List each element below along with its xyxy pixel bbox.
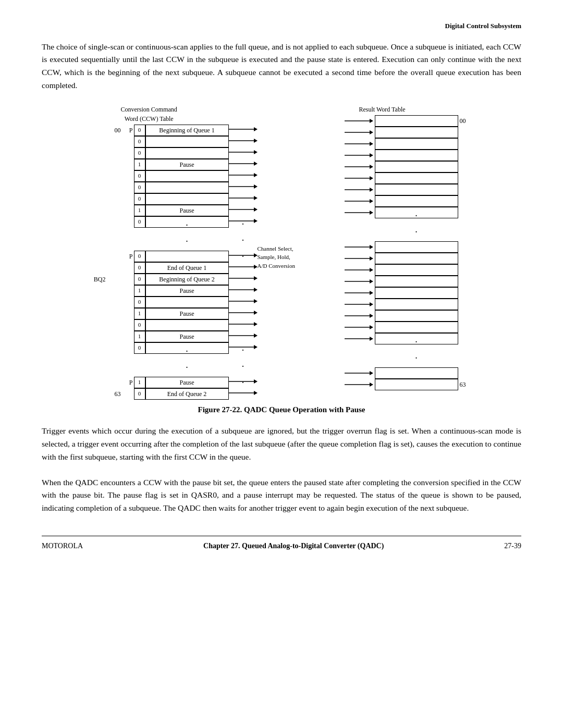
addr-label	[108, 159, 123, 170]
p-row-label: P	[123, 377, 134, 388]
svg-marker-3	[254, 139, 258, 143]
bq-label	[90, 285, 108, 297]
svg-marker-55	[370, 199, 373, 203]
rwt-row	[344, 161, 474, 172]
p-bit: 1	[134, 331, 145, 342]
rwt-row	[344, 138, 474, 150]
p-row-label	[123, 193, 134, 205]
svg-marker-1	[254, 127, 258, 131]
ccw-cell	[145, 319, 229, 331]
rwt-cell	[375, 264, 458, 276]
rwt-row: 00	[344, 115, 474, 127]
arrow-cell	[344, 150, 375, 161]
rwt-dot-row: ...	[344, 218, 474, 241]
svg-marker-7	[254, 162, 258, 166]
rwt-cell	[375, 253, 458, 264]
arrow-row	[229, 124, 344, 135]
svg-marker-11	[254, 184, 258, 189]
arrow-cell	[344, 195, 375, 207]
bq-label	[90, 193, 108, 205]
addr-label: 00	[108, 125, 123, 136]
rwt-addr-label	[458, 184, 474, 195]
p-bit: 1	[134, 285, 145, 297]
p-bit: 0	[134, 262, 145, 274]
paragraph-1: The choice of single-scan or continuous-…	[42, 41, 521, 92]
svg-marker-53	[370, 188, 373, 192]
addr-label-col: 00 63	[108, 125, 123, 400]
p-row-label	[123, 216, 134, 228]
svg-marker-77	[370, 371, 373, 375]
rwt-row	[344, 172, 474, 184]
svg-marker-5	[254, 150, 258, 154]
bq-label	[90, 319, 108, 331]
rwt-cell	[375, 367, 458, 379]
bq-label	[90, 308, 108, 319]
ccw-cell: Beginning of Queue 2	[145, 274, 229, 285]
addr-label	[108, 216, 123, 228]
bq-label	[90, 205, 108, 216]
dot-spacer	[123, 228, 134, 251]
svg-marker-75	[370, 337, 373, 341]
arrow-cell	[344, 241, 375, 253]
rwt-addr-label	[458, 276, 474, 287]
arrow-row	[229, 295, 344, 307]
arrow-row: ...	[229, 353, 344, 376]
rwt-row	[344, 367, 474, 379]
p-bit: 0	[134, 297, 145, 308]
arrow-cell	[344, 138, 375, 150]
ccw-title: Conversion Command Word (CCW) Table	[121, 105, 177, 124]
arrow-cell	[344, 367, 375, 379]
rwt-cell	[375, 379, 458, 390]
rwt-section: Result Word Table 00......63	[344, 105, 474, 390]
p-bit: 0	[134, 147, 145, 159]
rwt-addr-label	[458, 367, 474, 379]
p-row-label: P	[123, 251, 134, 262]
arrow-row	[229, 341, 344, 353]
ccw-cell	[145, 147, 229, 159]
rwt-cell	[375, 161, 458, 172]
ccw-cell	[145, 136, 229, 147]
rwt-addr-label	[458, 241, 474, 253]
rwt-cell	[375, 115, 458, 127]
rwt-row	[344, 150, 474, 161]
p-row-label	[123, 170, 134, 182]
p-bit: 0	[134, 182, 145, 193]
dot-spacer	[108, 354, 123, 377]
svg-marker-21	[254, 265, 258, 269]
rwt-title: Result Word Table	[359, 105, 406, 114]
svg-marker-19	[254, 253, 258, 257]
arrow-row	[229, 169, 344, 181]
svg-marker-37	[254, 379, 258, 384]
paragraph-2: Trigger events which occur during the ex…	[42, 425, 521, 463]
ccw-cell	[145, 170, 229, 182]
ccw-cell: Pause	[145, 331, 229, 342]
arrow-row	[229, 261, 344, 273]
ccw-cell: Pause	[145, 377, 229, 388]
bq-label: BQ2	[90, 274, 108, 285]
bq-label	[90, 159, 108, 170]
addr-label	[108, 251, 123, 262]
arrow-cell	[344, 379, 375, 390]
svg-marker-59	[370, 245, 373, 249]
arrow-cell	[344, 184, 375, 195]
addr-label	[108, 136, 123, 147]
rwt-row: 63	[344, 379, 474, 390]
rwt-cell	[375, 310, 458, 322]
arrow-cell	[344, 299, 375, 310]
footer-left: MOTOROLA	[42, 540, 83, 551]
p-row-label	[123, 274, 134, 285]
paragraph-3: When the QADC encounters a CCW with the …	[42, 476, 521, 515]
svg-marker-49	[370, 165, 373, 169]
rwt-addr-label	[458, 299, 474, 310]
svg-marker-51	[370, 176, 373, 180]
rwt-row	[344, 299, 474, 310]
dot-spacer	[90, 228, 108, 251]
arrow-row	[229, 192, 344, 204]
rwt-row	[344, 127, 474, 138]
figure: Conversion Command Word (CCW) Table BQ2 …	[42, 105, 521, 416]
rwt-row	[344, 253, 474, 264]
rwt-row	[344, 310, 474, 322]
arrow-cell	[344, 333, 375, 344]
bq-label	[90, 147, 108, 159]
dot-spacer	[108, 228, 123, 251]
